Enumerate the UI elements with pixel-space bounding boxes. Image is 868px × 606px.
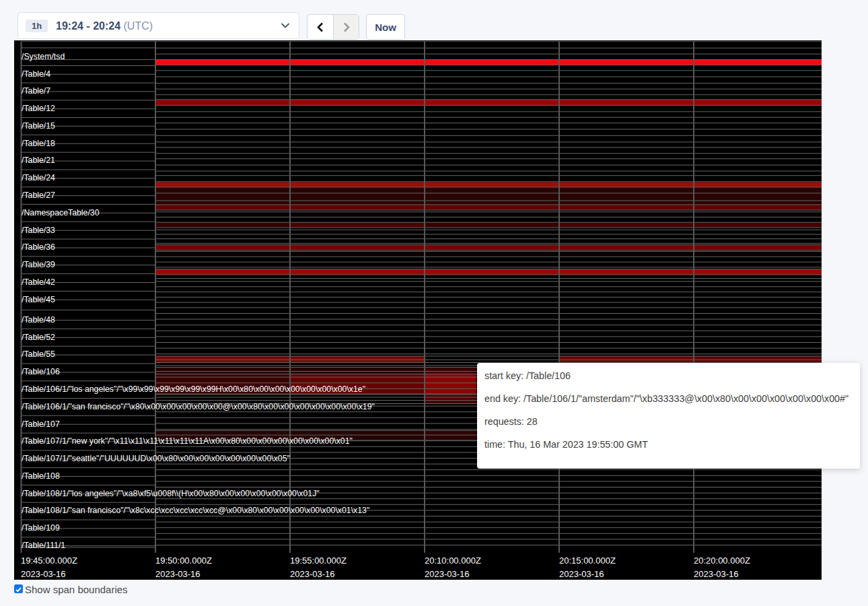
svg-text:2023-03-16: 2023-03-16	[425, 569, 470, 579]
svg-text:/Table/107: /Table/107	[22, 419, 60, 429]
svg-text:/NamespaceTable/30: /NamespaceTable/30	[22, 208, 100, 217]
svg-text:/Table/45: /Table/45	[22, 295, 55, 304]
svg-text:19:50:00.000Z: 19:50:00.000Z	[155, 556, 212, 566]
svg-text:20:20:00.000Z: 20:20:00.000Z	[694, 556, 750, 566]
svg-text:/Table/106/1/"san francisco"/": /Table/106/1/"san francisco"/"\x80\x00\x…	[22, 402, 375, 411]
svg-text:20:15:00.000Z: 20:15:00.000Z	[559, 556, 616, 566]
svg-text:/Table/108: /Table/108	[22, 471, 60, 481]
svg-text:/Table/39: /Table/39	[22, 260, 55, 269]
svg-text:2023-03-16: 2023-03-16	[155, 569, 201, 579]
svg-text:/Table/111/1: /Table/111/1	[22, 541, 65, 550]
svg-text:/Table/4: /Table/4	[22, 69, 50, 79]
svg-text:/Table/108/1/"san francisco"/": /Table/108/1/"san francisco"/"\x8c\xcc\x…	[22, 506, 369, 515]
svg-text:/Table/18: /Table/18	[22, 139, 55, 148]
svg-text:2023-03-16: 2023-03-16	[694, 569, 739, 579]
svg-text:/Table/107/1/"new york"/"\x11\: /Table/107/1/"new york"/"\x11\x11\x11\x1…	[22, 436, 353, 446]
svg-text:19:45:00.000Z: 19:45:00.000Z	[21, 556, 77, 566]
svg-text:/Table/33: /Table/33	[22, 226, 55, 235]
svg-text:/Table/7: /Table/7	[22, 86, 50, 96]
svg-text:/Table/108/1/"los angeles"/"\x: /Table/108/1/"los angeles"/"\xa8\xf5\u00…	[22, 489, 320, 498]
svg-text:/Table/48: /Table/48	[22, 315, 55, 325]
svg-text:/Table/107/1/"seattle"/"UUUUUU: /Table/107/1/"seattle"/"UUUUUUD\x00\x80\…	[22, 454, 290, 463]
svg-text:/Table/106/1/"los angeles"/"\x: /Table/106/1/"los angeles"/"\x99\x99\x99…	[22, 384, 365, 394]
svg-text:2023-03-16: 2023-03-16	[559, 569, 604, 579]
svg-text:2023-03-16: 2023-03-16	[21, 569, 66, 579]
svg-text:/Table/24: /Table/24	[22, 173, 55, 182]
svg-text:20:10:00.000Z: 20:10:00.000Z	[425, 556, 481, 566]
svg-text:/Table/12: /Table/12	[22, 104, 55, 113]
svg-text:/Table/55: /Table/55	[22, 349, 55, 359]
svg-text:/Table/27: /Table/27	[22, 191, 55, 200]
svg-text:2023-03-16: 2023-03-16	[290, 569, 335, 579]
svg-text:/Table/15: /Table/15	[22, 121, 55, 131]
svg-text:/Table/109: /Table/109	[22, 523, 60, 533]
svg-text:/System/tsd: /System/tsd	[22, 52, 65, 61]
svg-text:19:55:00.000Z: 19:55:00.000Z	[290, 556, 347, 566]
svg-text:/Table/21: /Table/21	[22, 156, 55, 165]
svg-text:/Table/42: /Table/42	[22, 277, 55, 287]
svg-text:/Table/52: /Table/52	[22, 333, 55, 342]
svg-text:/Table/36: /Table/36	[22, 242, 55, 252]
svg-text:/Table/106: /Table/106	[22, 367, 60, 376]
